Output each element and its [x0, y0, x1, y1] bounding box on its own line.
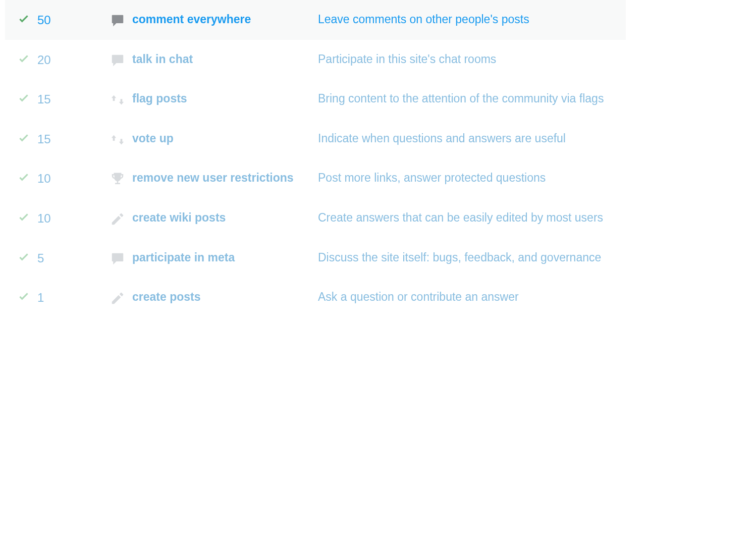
privilege-name-cell: create wiki posts	[132, 209, 318, 226]
reputation-required: 20	[37, 51, 103, 69]
privilege-row: 10create wiki postsCreate answers that c…	[5, 198, 626, 238]
checkmark-icon	[17, 13, 30, 26]
reputation-required: 50	[37, 11, 103, 29]
privilege-link[interactable]: create wiki posts	[132, 211, 226, 224]
votes-icon	[110, 132, 125, 147]
reputation-required: 10	[37, 170, 103, 187]
privilege-link[interactable]: comment everywhere	[132, 13, 251, 26]
privilege-description: Indicate when questions and answers are …	[318, 130, 614, 146]
earned-check	[17, 51, 37, 66]
privilege-link[interactable]: remove new user restrictions	[132, 171, 294, 184]
comment-icon	[110, 53, 125, 68]
earned-check	[17, 130, 37, 145]
privilege-description: Ask a question or contribute an answer	[318, 289, 614, 305]
comment-icon	[110, 251, 125, 266]
privilege-row: 50comment everywhereLeave comments on ot…	[5, 0, 626, 40]
privilege-row: 20talk in chatParticipate in this site's…	[5, 40, 626, 80]
privilege-description: Leave comments on other people's posts	[318, 11, 614, 27]
privilege-link[interactable]: participate in meta	[132, 251, 235, 264]
privilege-link[interactable]: talk in chat	[132, 52, 193, 66]
privilege-name-cell: comment everywhere	[132, 11, 318, 27]
earned-check	[17, 90, 37, 105]
reputation-required: 15	[37, 90, 103, 108]
privilege-name-cell: participate in meta	[132, 249, 318, 265]
checkmark-icon	[17, 211, 30, 225]
checkmark-icon	[17, 172, 30, 185]
votes-icon	[110, 92, 125, 107]
checkmark-icon	[17, 53, 30, 66]
privilege-name-cell: talk in chat	[132, 51, 318, 67]
privilege-link[interactable]: create posts	[132, 290, 201, 303]
privilege-link[interactable]: flag posts	[132, 92, 187, 105]
earned-check	[17, 249, 37, 264]
checkmark-icon	[17, 92, 30, 105]
reputation-required: 5	[37, 249, 103, 267]
privileges-table: 50comment everywhereLeave comments on ot…	[5, 0, 626, 317]
privilege-description: Bring content to the attention of the co…	[318, 90, 614, 106]
privilege-type-icon-wrap	[103, 11, 132, 28]
privilege-row: 1create postsAsk a question or contribut…	[5, 278, 626, 317]
privilege-link[interactable]: vote up	[132, 132, 174, 145]
earned-check	[17, 209, 37, 225]
trophy-icon	[110, 172, 125, 187]
pencil-icon	[110, 291, 125, 306]
privilege-row: 10remove new user restrictionsPost more …	[5, 158, 626, 198]
privilege-type-icon-wrap	[103, 130, 132, 147]
earned-check	[17, 11, 37, 26]
privilege-type-icon-wrap	[103, 90, 132, 107]
pencil-icon	[110, 211, 125, 227]
privilege-name-cell: create posts	[132, 289, 318, 305]
privilege-description: Discuss the site itself: bugs, feedback,…	[318, 249, 614, 265]
reputation-required: 1	[37, 289, 103, 306]
privilege-name-cell: flag posts	[132, 90, 318, 106]
privilege-type-icon-wrap	[103, 289, 132, 306]
checkmark-icon	[17, 291, 30, 304]
privilege-row: 15flag postsBring content to the attenti…	[5, 79, 626, 119]
privilege-type-icon-wrap	[103, 51, 132, 68]
privilege-description: Post more links, answer protected questi…	[318, 170, 614, 186]
privilege-name-cell: remove new user restrictions	[132, 170, 318, 186]
earned-check	[17, 170, 37, 185]
checkmark-icon	[17, 132, 30, 145]
checkmark-icon	[17, 251, 30, 264]
comment-icon	[110, 13, 125, 28]
earned-check	[17, 289, 37, 304]
privilege-type-icon-wrap	[103, 249, 132, 266]
privilege-description: Participate in this site's chat rooms	[318, 51, 614, 67]
privilege-row: 5participate in metaDiscuss the site its…	[5, 238, 626, 278]
privilege-type-icon-wrap	[103, 170, 132, 187]
privilege-name-cell: vote up	[132, 130, 318, 146]
privilege-type-icon-wrap	[103, 209, 132, 227]
privilege-row: 15vote upIndicate when questions and ans…	[5, 119, 626, 159]
reputation-required: 10	[37, 209, 103, 227]
privilege-description: Create answers that can be easily edited…	[318, 209, 614, 226]
reputation-required: 15	[37, 130, 103, 148]
